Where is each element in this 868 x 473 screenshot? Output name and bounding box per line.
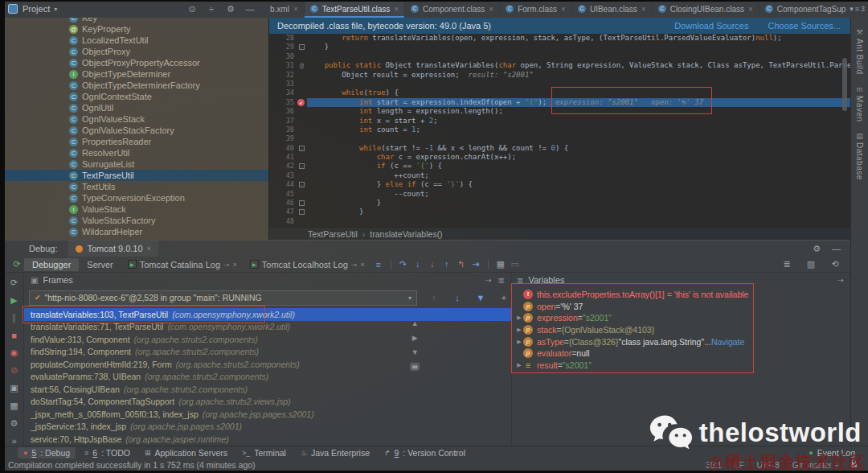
stack-frame-row[interactable]: doStartTag:54, ComponentTagSupport(org.a…	[24, 396, 511, 409]
restore-layout-icon[interactable]: ⟲	[828, 259, 842, 269]
step-over-icon[interactable]: ↷	[396, 259, 411, 269]
tree-item-objecttypedeterminerfactory[interactable]: CObjectTypeDeterminerFactory	[5, 80, 268, 91]
close-icon[interactable]: ×	[360, 261, 364, 269]
tree-item-valuestack[interactable]: IValueStack	[5, 204, 268, 215]
scroll-top-icon[interactable]: ▲	[411, 319, 419, 327]
threads-view-icon[interactable]: ≣	[780, 259, 794, 269]
fold-icon[interactable]: −	[299, 146, 305, 151]
tree-item-objectproxy[interactable]: CObjectProxy	[5, 46, 268, 57]
tool-window-button-versioncontrol[interactable]: ↱9: Version Control	[379, 447, 471, 459]
variable-row[interactable]: ▶pstack = {OgnlValueStack@4103}	[512, 324, 850, 336]
editor-scrollbar[interactable]	[842, 58, 847, 111]
download-sources-link[interactable]: Download Sources	[674, 21, 748, 31]
restore-icon[interactable]: ⇢	[837, 276, 844, 285]
fold-icon[interactable]	[299, 209, 305, 215]
variable-row[interactable]: ▶≡result = "s2001"	[512, 360, 850, 372]
evaluate-expression-icon[interactable]: ▦	[493, 259, 508, 269]
close-icon[interactable]: ×	[394, 5, 399, 14]
code-editor[interactable]: 28 return translateVariables(open, expre…	[269, 34, 850, 227]
git-branch[interactable]: Git: master ÷	[792, 461, 838, 470]
stack-frame-row[interactable]: evaluateParams:738, UIBean(org.apache.st…	[24, 371, 511, 384]
tab-debugger[interactable]: Debugger	[24, 258, 79, 271]
stripe-button-database[interactable]: ▤Database	[855, 132, 864, 180]
drop-frame-icon[interactable]: ↰	[454, 259, 469, 269]
tool-window-button-todo[interactable]: ≡6: TODO	[79, 447, 136, 459]
expand-icon[interactable]: ▶	[515, 362, 523, 368]
editor-tab[interactable]: CForm.class×	[500, 0, 572, 18]
tree-item-localizedtextutil[interactable]: CLocalizedTextUtil	[5, 35, 268, 46]
line-ending[interactable]: LF	[735, 461, 744, 470]
mute-breakpoints-icon[interactable]: ⊘	[7, 365, 22, 376]
gear-icon[interactable]: ⚙	[813, 244, 821, 254]
expand-icon[interactable]: ▶	[515, 327, 523, 333]
editor-tab[interactable]: CComponent.class×	[405, 0, 500, 18]
variable-row[interactable]: pevaluator = null	[512, 348, 850, 360]
close-icon[interactable]: ×	[489, 5, 493, 14]
tree-item-textparseutil[interactable]: CTextParseUtil	[5, 170, 268, 181]
variable-row[interactable]: popen = '%' 37	[512, 301, 850, 313]
tree-item-ognlvaluestack[interactable]: COgnlValueStack	[5, 113, 268, 125]
hidden-tabs-button[interactable]: ▾ ≡ 3	[846, 0, 868, 18]
close-icon[interactable]: ×	[233, 261, 237, 269]
hide-icon[interactable]: —	[832, 244, 841, 254]
editor-tab[interactable]: CComponentTagSupport.class×	[760, 0, 846, 18]
navigate-link[interactable]: Navigate	[711, 337, 744, 347]
pause-icon[interactable]: ∥	[7, 313, 22, 323]
tool-window-button-javaenterprise[interactable]: ♨Java Enterprise	[295, 447, 375, 459]
tree-item-key[interactable]: CKey	[5, 18, 268, 23]
stack-frame-row[interactable]: findString:194, Component(org.apache.str…	[24, 346, 511, 359]
hidden-frames-badge[interactable]: ∞	[410, 363, 420, 371]
close-icon[interactable]: ×	[147, 245, 151, 253]
settings-icon[interactable]: ⚙	[224, 0, 237, 18]
tree-item-objectproxypropertyaccessor[interactable]: CObjectProxyPropertyAccessor	[5, 57, 268, 68]
rerun-icon[interactable]: ⟳	[7, 278, 22, 288]
stack-frame-row[interactable]: _jspService:13, index_jsp(org.apache.jsp…	[24, 421, 511, 434]
filter-icon[interactable]: ▼	[473, 293, 488, 302]
scroll-right-icon[interactable]: ▶	[412, 334, 418, 342]
tree-item-ognlcontextstate[interactable]: COgnlContextState	[5, 91, 268, 102]
restore-icon[interactable]: ⇢	[485, 276, 491, 285]
tree-item-typeconversionexception[interactable]: CTypeConversionException	[5, 192, 268, 204]
locate-icon[interactable]: ⊙	[186, 0, 199, 18]
stack-frame-row[interactable]: _jspx_meth_s_005fform_005f0:13, index_js…	[24, 408, 511, 421]
choose-sources-link[interactable]: Choose Sources...	[768, 21, 841, 31]
list-icon[interactable]: ≣	[498, 276, 505, 285]
tree-item-surrugatelist[interactable]: CSurrugateList	[5, 158, 268, 170]
tree-item-valuestackfactory[interactable]: CValueStackFactory	[5, 215, 268, 226]
stop-icon[interactable]: ■	[7, 331, 22, 340]
expand-icon[interactable]: ▶	[515, 339, 523, 345]
project-tool-header[interactable]: Project ▾ ⊙÷⚙—	[0, 0, 264, 18]
close-icon[interactable]: ×	[561, 5, 566, 14]
view-breakpoints-icon[interactable]: ◉	[7, 348, 22, 358]
step-out-icon[interactable]: ↑	[440, 259, 454, 269]
collapse-icon[interactable]: ÷	[205, 0, 218, 18]
layout-menu-icon[interactable]: ≡	[371, 260, 386, 269]
breadcrumb-method[interactable]: translateVariables()	[370, 229, 442, 239]
tree-item-textutils[interactable]: CTextUtils	[5, 181, 268, 192]
step-into-icon[interactable]: ↓	[411, 259, 425, 269]
close-icon[interactable]: ×	[641, 5, 646, 14]
stack-frame-row[interactable]: populateComponentHtmlId:219, Form(org.ap…	[24, 358, 511, 371]
tree-item-resolverutil[interactable]: CResolverUtil	[5, 147, 268, 158]
scroll-bottom-icon[interactable]: ▼	[411, 348, 419, 356]
variable-row[interactable]: ▶pasType = {Class@326} "class java.lang.…	[512, 335, 850, 348]
close-icon[interactable]: ×	[748, 5, 753, 14]
resume-icon[interactable]: ▶	[7, 295, 22, 306]
frame-up-icon[interactable]: ↑	[427, 293, 441, 302]
tree-item-objecttypedeterminer[interactable]: IObjectTypeDeterminer	[5, 68, 268, 80]
frame-down-icon[interactable]: ↓	[450, 293, 465, 302]
thread-dump-icon[interactable]: ▣	[7, 383, 22, 393]
stack-frame-row[interactable]: translateVariables:71, TextParseUtil(com…	[24, 321, 511, 334]
fold-icon[interactable]: −	[299, 163, 305, 169]
tool-window-button-applicationservers[interactable]: ⊞Application Servers	[139, 447, 233, 459]
log-tab[interactable]: ▶Tomcat Catalina Log⇢×	[121, 260, 244, 269]
add-watch-icon[interactable]: +	[497, 293, 511, 302]
fold-icon[interactable]: −	[299, 182, 305, 187]
encoding[interactable]: UTF-8	[756, 461, 779, 470]
settings-icon[interactable]: ⚙	[7, 418, 22, 429]
tool-window-button-terminal[interactable]: >_Terminal	[236, 447, 292, 459]
stack-frame-row[interactable]: service:70, HttpJspBase(org.apache.jaspe…	[24, 433, 511, 446]
rerun-icon[interactable]: ⟳	[10, 259, 24, 269]
tree-item-ognlvaluestackfactory[interactable]: COgnlValueStackFactory	[5, 125, 268, 136]
stack-frame-row[interactable]: findValue:313, Component(org.apache.stru…	[24, 333, 511, 346]
